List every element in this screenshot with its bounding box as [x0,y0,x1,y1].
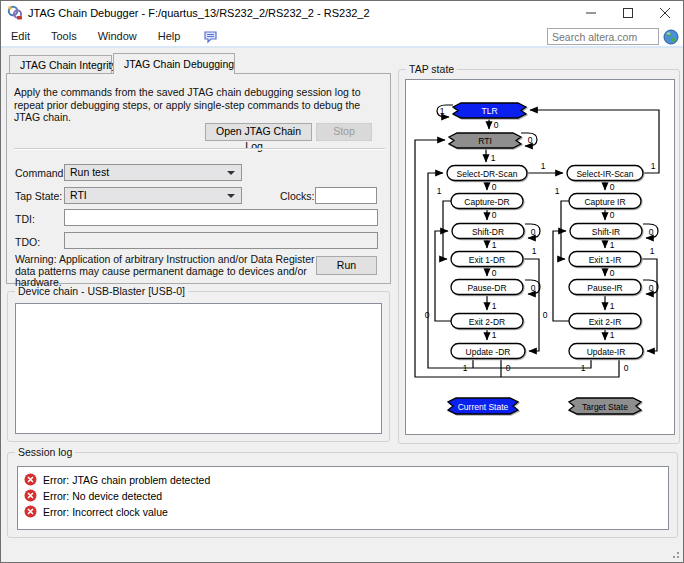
tap-state-svg: TLR RTI Select-DR-Scan Select-IR-Scan Ca… [406,80,674,434]
close-button[interactable] [646,1,683,25]
menu-separator [1,46,683,48]
edge-label: 0 [492,210,497,220]
edge-label: 0 [506,363,511,373]
tap-state-dropdown[interactable]: RTI [64,187,242,204]
edge-label: 0 [610,268,615,278]
node-label: Exit 1-DR [469,255,505,265]
minimize-button[interactable] [572,1,609,25]
chevron-down-icon [227,194,235,198]
edge-label: 1 [492,240,497,250]
error-icon [24,505,37,518]
run-button[interactable]: Run [316,256,377,275]
tap-state-label: Tap State: [15,190,62,202]
menu-edit[interactable]: Edit [9,28,32,44]
node-label: Pause-IR [587,283,622,293]
node-label: Exit 2-DR [469,317,505,327]
node-label: Update-IR [587,347,626,357]
edge-label: 0 [425,310,430,320]
tab-jtag-chain-integrity[interactable]: JTAG Chain Integrity [9,55,112,73]
chevron-down-icon [227,171,235,175]
session-log-list[interactable]: Error: JTAG chain problem detected Error… [17,466,669,530]
tap-state-group: TAP state [398,69,680,444]
edge-label: 1 [555,186,560,196]
edge-label: 1 [650,246,655,256]
tab-label: JTAG Chain Integrity [20,59,117,71]
edge-label: 0 [610,182,615,192]
log-entry-text: Error: JTAG chain problem detected [43,474,210,486]
log-entry-text: Error: No device detected [43,490,162,502]
edge-label: 0 [624,363,629,373]
error-icon [24,489,37,502]
edge-label: 1 [532,246,537,256]
node-label: Update -DR [466,347,511,357]
edge-label: 0 [543,310,548,320]
node-label: Shift-IR [592,227,620,237]
error-icon [24,473,37,486]
tab-label: JTAG Chain Debugging [124,58,234,70]
log-entry[interactable]: Error: Incorrect clock value [24,504,662,519]
edge-label: 0 [531,283,536,293]
legend-label: Target State [582,402,628,412]
device-chain-list[interactable] [15,303,382,434]
node-label: Exit 1-IR [589,255,622,265]
open-jtag-chain-log-button[interactable]: Open JTAG Chain Log... [205,123,312,141]
node-label: Select-IR-Scan [576,169,633,179]
tdi-input[interactable] [64,209,378,226]
feedback-icon[interactable] [203,30,218,44]
menu-bar: Edit Tools Window Help [1,25,683,46]
tap-state-value: RTI [70,189,87,201]
clocks-label: Clocks: [280,190,314,202]
edge-label: 0 [649,283,654,293]
node-label: Pause-DR [467,283,506,293]
edge-label: 1 [492,330,497,340]
maximize-button[interactable] [609,1,646,25]
tdo-label: TDO: [15,236,40,248]
node-label: TLR [481,106,497,116]
edge-label: 1 [492,301,497,311]
node-label: Shift-DR [472,227,504,237]
edge-label: 0 [492,182,497,192]
node-label: Capture IR [584,197,625,207]
edge-label: 1 [610,240,615,250]
edge-label: 0 [494,120,499,130]
menu-help[interactable]: Help [156,28,183,44]
edge-label: 1 [610,330,615,340]
menu-window[interactable]: Window [96,28,139,44]
clocks-input[interactable] [315,187,377,204]
command-dropdown[interactable]: Run test [64,164,242,181]
stop-button[interactable]: Stop [316,123,372,141]
session-log-title: Session log [15,446,75,458]
log-entry[interactable]: Error: No device detected [24,488,662,503]
edge-label: 0 [531,227,536,237]
warning-text: Warning: Application of arbitrary Instru… [15,254,315,289]
session-log-group: Session log Error: JTAG chain problem de… [7,452,678,538]
tdi-label: TDI: [15,213,35,225]
title-bar: JTAG Chain Debugger - F:/quartus_13/RS23… [1,1,683,25]
node-label: Select-DR-Scan [457,169,518,179]
command-label: Command: [15,167,66,179]
device-chain-group: Device chain - USB-Blaster [USB-0] [7,291,390,442]
tap-state-diagram: TLR RTI Select-DR-Scan Select-IR-Scan Ca… [405,79,675,435]
node-label: RTI [478,136,492,146]
debugging-tab-panel: Apply the commands from the saved JTAG c… [6,73,391,284]
log-entry-text: Error: Incorrect clock value [43,506,168,518]
tab-jtag-chain-debugging[interactable]: JTAG Chain Debugging [113,53,235,74]
search-input[interactable] [547,28,659,45]
node-label: Exit 2-IR [589,317,622,327]
edge-label: 0 [610,210,615,220]
edge-label: 0 [528,135,533,145]
edge-label: 1 [491,153,496,163]
tap-state-title: TAP state [406,63,457,75]
edge-label: 1 [610,301,615,311]
menu-tools[interactable]: Tools [49,28,79,44]
resize-grip-icon[interactable] [669,548,680,559]
edge-label: 1 [463,363,468,373]
command-value: Run test [70,166,109,178]
globe-icon[interactable] [663,29,679,45]
log-entry[interactable]: Error: JTAG chain problem detected [24,472,662,487]
edge-label: 1 [581,363,586,373]
edge-label: 1 [541,161,546,171]
divider [14,148,385,150]
node-label: Capture-DR [464,197,509,207]
jtag-chain-debugger-window: JTAG Chain Debugger - F:/quartus_13/RS23… [0,0,684,563]
